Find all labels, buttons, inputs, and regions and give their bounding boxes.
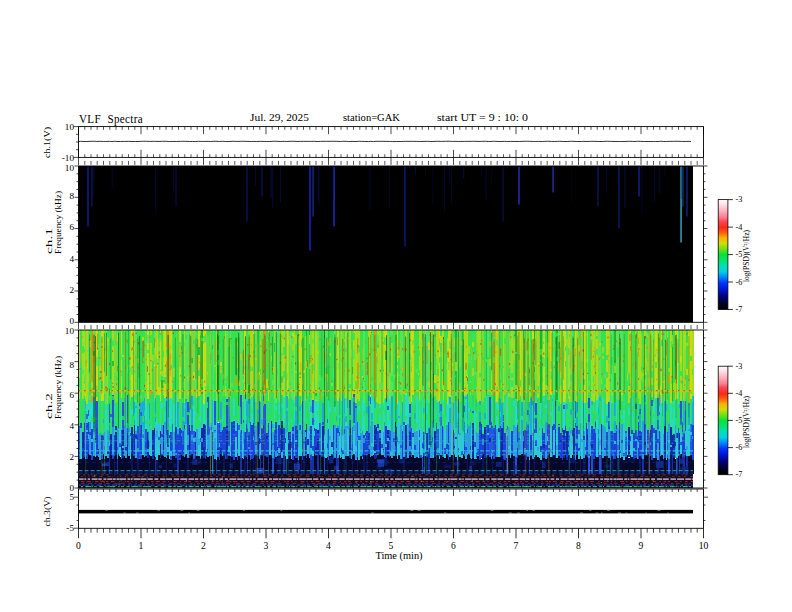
svg-text:10: 10 <box>65 326 75 336</box>
svg-text:4: 4 <box>69 254 74 264</box>
svg-text:3: 3 <box>264 540 269 551</box>
svg-text:Frequency (kHz): Frequency (kHz) <box>53 356 63 419</box>
svg-text:1: 1 <box>139 540 144 551</box>
svg-text:6: 6 <box>451 540 456 551</box>
svg-text:ch.1(V): ch.1(V) <box>42 127 52 158</box>
svg-text:4: 4 <box>326 540 331 551</box>
svg-text:log(PSD)(V²/Hz): log(PSD)(V²/Hz) <box>742 230 751 282</box>
svg-text:-3: -3 <box>736 195 743 204</box>
svg-text:-7: -7 <box>736 470 743 479</box>
svg-text:2: 2 <box>69 452 74 462</box>
svg-text:5: 5 <box>69 492 74 502</box>
svg-text:station=GAK: station=GAK <box>343 113 400 123</box>
svg-text:start UT = 9 : 10: 0: start UT = 9 : 10: 0 <box>437 113 528 123</box>
svg-text:10: 10 <box>65 122 75 132</box>
svg-text:-3: -3 <box>736 362 743 371</box>
svg-text:2: 2 <box>201 540 206 551</box>
svg-text:VLF Spectra: VLF Spectra <box>79 113 143 126</box>
svg-text:-10: -10 <box>62 153 75 163</box>
svg-text:8: 8 <box>69 191 74 201</box>
svg-text:6: 6 <box>69 222 74 232</box>
svg-text:8: 8 <box>69 360 74 370</box>
svg-text:log(PSD)(V²/Hz): log(PSD)(V²/Hz) <box>742 396 751 448</box>
svg-text:Frequency (kHz): Frequency (kHz) <box>53 191 63 254</box>
svg-text:6: 6 <box>69 390 74 400</box>
svg-text:10: 10 <box>699 540 709 551</box>
svg-text:7: 7 <box>514 540 519 551</box>
svg-text:-5: -5 <box>66 523 74 533</box>
svg-text:10: 10 <box>65 163 75 173</box>
svg-text:9: 9 <box>639 540 644 551</box>
svg-text:2: 2 <box>69 285 74 295</box>
svg-text:8: 8 <box>576 540 581 551</box>
svg-text:Jul. 29, 2025: Jul. 29, 2025 <box>250 113 309 123</box>
svg-text:ch.3(V): ch.3(V) <box>42 496 52 526</box>
svg-text:-7: -7 <box>736 305 743 314</box>
svg-text:4: 4 <box>69 421 74 431</box>
svg-text:0: 0 <box>76 540 81 551</box>
svg-text:Time (min): Time (min) <box>376 550 423 562</box>
